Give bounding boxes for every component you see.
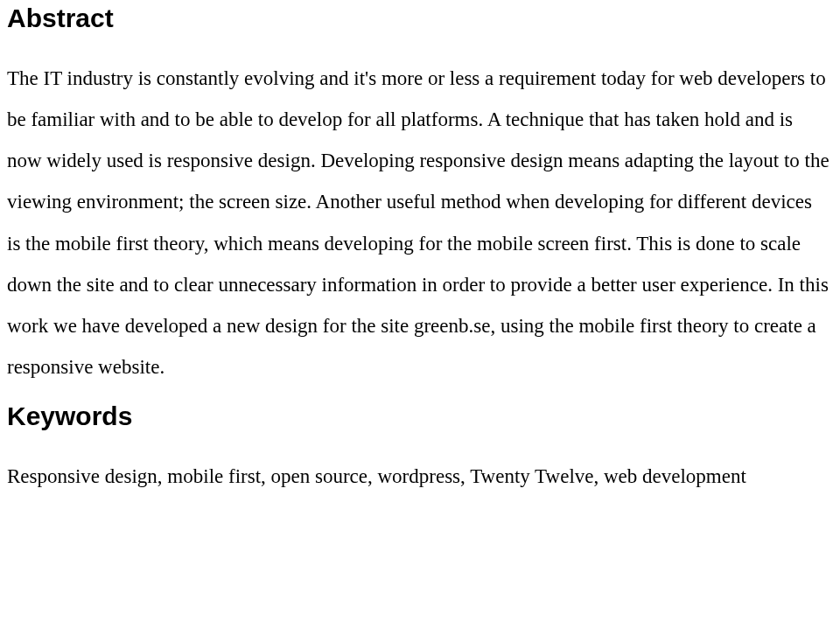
document-page: Abstract The IT industry is constantly e… xyxy=(0,0,840,497)
abstract-heading: Abstract xyxy=(7,3,830,33)
abstract-paragraph: The IT industry is constantly evolving a… xyxy=(7,58,830,387)
keywords-heading: Keywords xyxy=(7,401,830,431)
keywords-paragraph: Responsive design, mobile first, open so… xyxy=(7,456,830,497)
